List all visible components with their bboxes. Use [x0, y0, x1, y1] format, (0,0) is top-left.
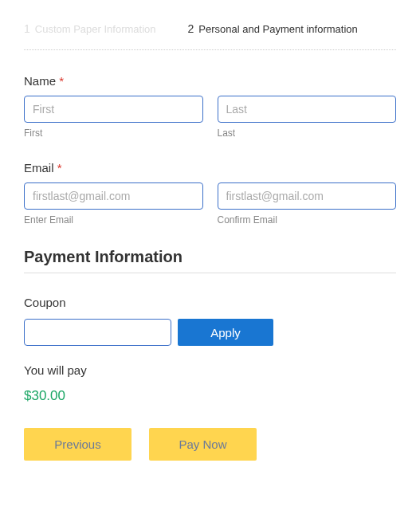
payment-section-header: Payment Information — [24, 248, 396, 266]
email-label: Email * — [24, 161, 396, 175]
step-1-label: Custom Paper Information — [35, 23, 156, 35]
pay-label: You will pay — [24, 363, 396, 377]
pay-now-button[interactable]: Pay Now — [149, 428, 257, 461]
email-input[interactable] — [24, 182, 203, 210]
confirm-email-input[interactable] — [218, 182, 397, 210]
previous-button[interactable]: Previous — [24, 428, 131, 461]
step-2-number: 2 — [188, 22, 194, 35]
required-indicator: * — [57, 161, 62, 175]
apply-button[interactable]: Apply — [178, 319, 273, 346]
confirm-email-sublabel: Confirm Email — [218, 214, 397, 226]
step-1-number: 1 — [24, 22, 30, 35]
last-name-input[interactable] — [218, 96, 397, 123]
pay-amount: $30.00 — [24, 388, 396, 404]
section-divider — [24, 273, 396, 273]
first-name-sublabel: First — [24, 128, 203, 139]
step-2-label: Personal and Payment information — [198, 23, 357, 35]
name-label: Name * — [24, 74, 396, 88]
step-2: 2 Personal and Payment information — [188, 22, 358, 35]
step-1[interactable]: 1 Custom Paper Information — [24, 22, 156, 35]
email-sublabel: Enter Email — [24, 214, 203, 226]
required-indicator: * — [59, 74, 64, 88]
coupon-label: Coupon — [24, 296, 396, 309]
first-name-input[interactable] — [24, 96, 203, 123]
coupon-input[interactable] — [24, 319, 171, 346]
last-name-sublabel: Last — [218, 128, 397, 139]
step-indicator: 1 Custom Paper Information 2 Personal an… — [24, 22, 396, 50]
